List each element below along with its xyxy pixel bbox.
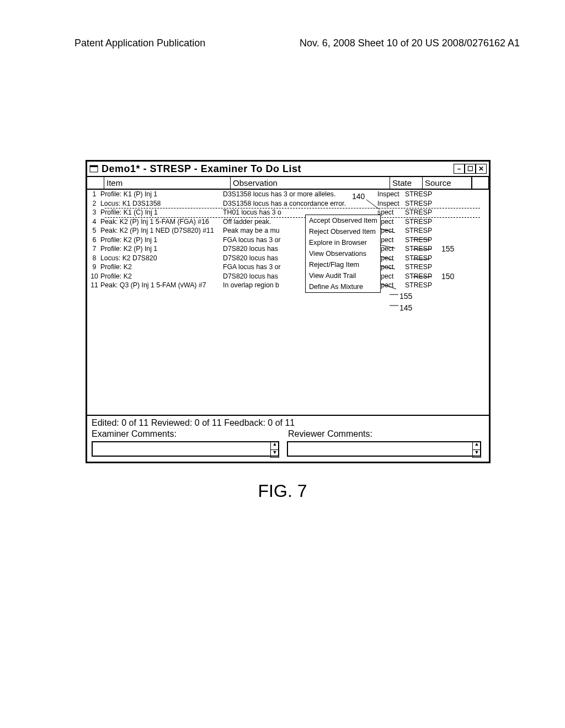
callout-155: 155 xyxy=(399,292,412,301)
row-state: spect xyxy=(377,217,405,227)
table-row[interactable]: 10Profile: K2D7S820 locus hasspectSTRESP xyxy=(87,272,489,281)
row-item: Profile: K1 (P) Inj 1 xyxy=(100,190,223,199)
row-source: STRESP xyxy=(405,226,449,235)
row-num: 11 xyxy=(88,281,100,290)
titlebar: Demo1* - STRESP - Examiner To Do List – … xyxy=(87,162,489,177)
table-row[interactable]: 6Profile: K2 (P) Inj 1FGA locus has 3 or… xyxy=(87,235,489,245)
menu-reject[interactable]: Reject Observed Item xyxy=(306,226,380,237)
page-header-right: Nov. 6, 2008 Sheet 10 of 20 US 2008/0276… xyxy=(300,38,520,49)
table-row[interactable]: 2Locus: K1 D3S1358D3S1358 locus has a co… xyxy=(87,199,489,208)
table-body: 1Profile: K1 (P) Inj 1D3S1358 locus has … xyxy=(87,190,489,415)
row-source: STRESP xyxy=(405,254,449,263)
svg-rect-1 xyxy=(90,165,98,167)
row-state: Inspect xyxy=(377,199,405,208)
table-header: Item Observation State Source xyxy=(87,177,489,190)
row-source: STRESP xyxy=(405,263,449,272)
row-state: spect xyxy=(377,235,405,245)
row-source: STRESP xyxy=(405,199,449,208)
col-item: Item xyxy=(104,177,231,189)
callout-145: 145 xyxy=(399,303,412,312)
footer-stats: Edited: 0 of 11 Reviewed: 0 of 11 Feedba… xyxy=(92,418,484,428)
footer: Edited: 0 of 11 Reviewed: 0 of 11 Feedba… xyxy=(87,415,489,464)
context-menu[interactable]: Accept Observed Item Reject Observed Ite… xyxy=(305,215,381,293)
dash-separator xyxy=(105,217,480,218)
row-source: STRESP xyxy=(405,235,449,245)
table-row[interactable]: 11Peak: Q3 (P) Inj 1 5-FAM (vWA) #7In ov… xyxy=(87,281,489,290)
row-state: spect xyxy=(377,263,405,272)
spinner-icon[interactable]: ▲▼ xyxy=(270,441,279,458)
row-item: Peak: Q3 (P) Inj 1 5-FAM (vWA) #7 xyxy=(100,281,223,290)
row-item: Peak: K2 (P) Inj 1 NED (D7S820) #11 xyxy=(100,226,223,235)
row-source: STRESP xyxy=(405,281,449,290)
row-num: 2 xyxy=(88,199,100,208)
row-num: 3 xyxy=(88,208,100,217)
row-item: Profile: K2 (P) Inj 1 xyxy=(100,235,223,245)
row-state: spect xyxy=(377,272,405,281)
menu-accept[interactable]: Accept Observed Item xyxy=(306,215,380,226)
row-state: spect xyxy=(377,281,405,290)
examiner-comments-label: Examiner Comments: xyxy=(92,429,288,439)
table-row[interactable]: 7Profile: K2 (P) Inj 1D7S820 locus hassp… xyxy=(87,244,489,254)
row-num: 6 xyxy=(88,235,100,245)
table-row[interactable]: 5Peak: K2 (P) Inj 1 NED (D7S820) #11Peak… xyxy=(87,226,489,235)
examiner-comments-input[interactable]: ▲▼ xyxy=(92,441,279,457)
row-item: Profile: K2 xyxy=(100,272,223,281)
row-state: spect xyxy=(377,244,405,254)
row-num: 9 xyxy=(88,263,100,272)
table-row[interactable]: 4Peak: K2 (P) Inj 1 5-FAM (FGA) #16Off l… xyxy=(87,217,489,227)
reviewer-comments-input[interactable]: ▲▼ xyxy=(287,441,481,457)
row-item: Locus: K2 D7S820 xyxy=(100,254,223,263)
row-source: STRESP xyxy=(405,208,449,217)
table-row[interactable]: 8Locus: K2 D7S820D7S820 locus hasspectST… xyxy=(87,254,489,263)
table-row[interactable]: 9Profile: K2FGA locus has 3 orspectSTRES… xyxy=(87,263,489,272)
row-state: spect xyxy=(377,226,405,235)
table-row[interactable]: 3Profile: K1 (C) Inj 1TH01 locus has 3 o… xyxy=(87,208,489,217)
row-source: STRESP xyxy=(405,217,449,227)
row-item: Profile: K2 (P) Inj 1 xyxy=(100,244,223,254)
maximize-button[interactable]: ☐ xyxy=(465,164,476,174)
row-item: Profile: K1 (C) Inj 1 xyxy=(100,208,223,217)
callout-140: 140 xyxy=(352,192,365,201)
menu-reject-flag[interactable]: Reject/Flag Item xyxy=(306,259,380,270)
dash-separator xyxy=(105,208,480,208)
callout-155: 155 xyxy=(441,244,454,253)
row-item: Profile: K2 xyxy=(100,263,223,272)
row-num: 4 xyxy=(88,217,100,227)
row-source: STRESP xyxy=(405,190,449,199)
spinner-icon[interactable]: ▲▼ xyxy=(472,441,481,458)
menu-view-obs[interactable]: View Observations xyxy=(306,248,380,259)
row-num: 1 xyxy=(88,190,100,199)
app-window: Demo1* - STRESP - Examiner To Do List – … xyxy=(86,160,491,463)
window-title: Demo1* - STRESP - Examiner To Do List xyxy=(102,163,454,175)
row-item: Peak: K2 (P) Inj 1 5-FAM (FGA) #16 xyxy=(100,217,223,227)
callout-150: 150 xyxy=(441,272,454,281)
menu-explore[interactable]: Explore in Browser xyxy=(306,237,380,248)
row-num: 5 xyxy=(88,226,100,235)
row-item: Locus: K1 D3S1358 xyxy=(100,199,223,208)
row-state: Inspect xyxy=(377,190,405,199)
col-num xyxy=(87,177,104,189)
menu-audit[interactable]: View Audit Trail xyxy=(306,270,380,281)
col-source: Source xyxy=(423,177,472,189)
row-num: 10 xyxy=(88,272,100,281)
close-button[interactable]: ✕ xyxy=(476,164,487,174)
window-icon xyxy=(89,165,98,173)
reviewer-comments-label: Reviewer Comments: xyxy=(288,429,372,439)
row-num: 7 xyxy=(88,244,100,254)
figure-label: FIG. 7 xyxy=(0,481,565,501)
row-state: spect xyxy=(377,208,405,217)
row-num: 8 xyxy=(88,254,100,263)
table-row[interactable]: 1Profile: K1 (P) Inj 1D3S1358 locus has … xyxy=(87,190,489,199)
col-state: State xyxy=(390,177,423,189)
row-state: spect xyxy=(377,254,405,263)
col-observation: Observation xyxy=(231,177,390,189)
col-blank xyxy=(472,177,489,189)
page-header-left: Patent Application Publication xyxy=(74,38,205,49)
menu-mixture[interactable]: Define As Mixture xyxy=(306,281,380,292)
minimize-button[interactable]: – xyxy=(454,164,465,174)
